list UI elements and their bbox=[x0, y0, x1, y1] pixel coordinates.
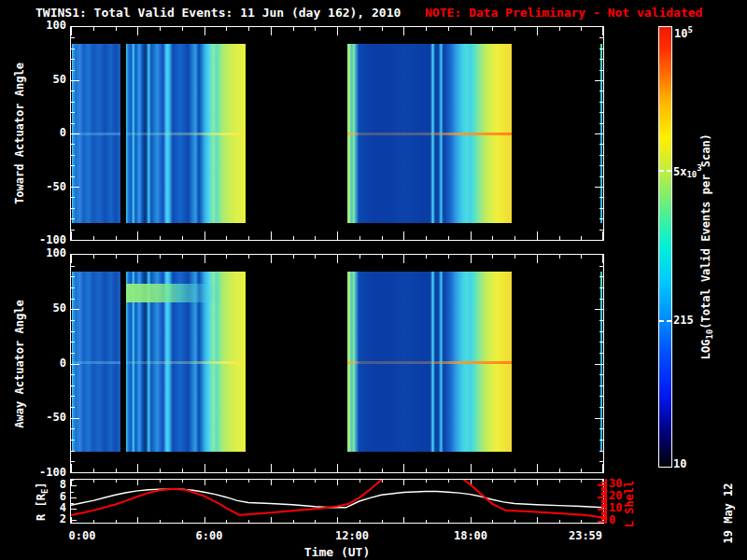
l-shell-tick bbox=[601, 518, 606, 520]
axis-tick-label: 0 bbox=[24, 357, 66, 370]
zero-angle-enhancement bbox=[347, 133, 512, 135]
axis-tick-label: 0 bbox=[609, 513, 615, 526]
l-shell-tick bbox=[601, 499, 606, 501]
time-tick-label: 0:00 bbox=[52, 529, 112, 542]
tick-mark bbox=[71, 385, 75, 386]
tick-mark bbox=[599, 144, 603, 145]
tick-mark bbox=[595, 309, 603, 310]
tick-mark bbox=[204, 464, 205, 472]
axis-tick-label: 50 bbox=[24, 73, 66, 86]
tick-mark bbox=[137, 231, 138, 240]
tick-mark bbox=[382, 236, 383, 240]
tick-mark bbox=[204, 255, 205, 263]
axis-tick-label: -50 bbox=[24, 411, 66, 424]
tick-mark bbox=[403, 464, 404, 472]
tick-mark bbox=[160, 27, 161, 31]
time-axis-label: Time (UT) bbox=[262, 545, 412, 559]
plot-canvas: TWINS1: Total Valid Events: 11 Jun (day … bbox=[0, 0, 747, 560]
tick-mark bbox=[599, 385, 603, 386]
tick-mark bbox=[71, 80, 79, 81]
tick-mark bbox=[599, 266, 603, 267]
tick-mark bbox=[116, 469, 117, 472]
tick-mark bbox=[248, 469, 249, 472]
tick-mark bbox=[599, 287, 603, 288]
tick-mark bbox=[514, 236, 515, 240]
bright-band bbox=[126, 284, 223, 302]
tick-mark bbox=[137, 255, 138, 263]
l-shell-tick bbox=[601, 513, 606, 515]
tick-mark bbox=[599, 123, 603, 124]
tick-mark bbox=[93, 469, 94, 472]
l-shell-tick bbox=[601, 492, 606, 494]
axis-tick-label: -100 bbox=[24, 233, 66, 246]
tick-mark bbox=[581, 236, 582, 240]
tick-mark bbox=[71, 418, 79, 419]
tick-mark bbox=[382, 469, 383, 472]
tick-mark bbox=[537, 27, 538, 35]
tick-mark bbox=[599, 451, 603, 452]
tick-mark bbox=[293, 27, 294, 31]
tick-mark bbox=[382, 255, 383, 259]
tick-mark bbox=[448, 236, 449, 240]
tick-mark bbox=[71, 331, 75, 332]
toward-spectrogram-panel bbox=[70, 26, 604, 241]
tick-mark bbox=[71, 197, 75, 198]
tick-mark bbox=[426, 255, 427, 259]
tick-mark bbox=[271, 255, 272, 263]
tick-mark bbox=[599, 70, 603, 71]
tick-mark bbox=[448, 469, 449, 472]
axis-tick-label: 2 bbox=[37, 512, 66, 525]
l-shell-line bbox=[71, 480, 603, 518]
zero-angle-enhancement bbox=[347, 361, 512, 364]
tick-mark bbox=[182, 27, 183, 31]
tick-mark bbox=[71, 155, 75, 156]
time-tick-label: 6:00 bbox=[179, 529, 239, 542]
tick-mark bbox=[599, 112, 603, 113]
tick-mark bbox=[71, 396, 75, 397]
tick-mark bbox=[315, 469, 316, 472]
tick-mark bbox=[182, 236, 183, 240]
tick-mark bbox=[403, 27, 404, 35]
tick-mark bbox=[226, 255, 227, 259]
tick-mark bbox=[599, 353, 603, 354]
tick-mark bbox=[403, 255, 404, 263]
tick-mark bbox=[581, 469, 582, 472]
tick-mark bbox=[71, 37, 75, 38]
orbit-plot bbox=[71, 480, 603, 523]
tick-mark bbox=[599, 197, 603, 198]
tick-mark bbox=[599, 396, 603, 397]
tick-mark bbox=[514, 469, 515, 472]
tick-mark bbox=[160, 469, 161, 472]
tick-mark bbox=[599, 155, 603, 156]
tick-mark bbox=[599, 461, 603, 462]
tick-mark bbox=[337, 231, 338, 240]
tick-mark bbox=[595, 187, 603, 188]
tick-mark bbox=[71, 59, 75, 60]
tick-mark bbox=[403, 231, 404, 240]
l-shell-axis-label: L Shell bbox=[623, 481, 636, 528]
l-shell-tick bbox=[601, 501, 606, 503]
tick-mark bbox=[359, 469, 360, 472]
tick-mark bbox=[293, 255, 294, 259]
orbit-panel bbox=[70, 479, 604, 524]
l-shell-tick bbox=[601, 516, 606, 518]
tick-mark bbox=[71, 266, 75, 267]
tick-mark bbox=[71, 364, 79, 365]
tick-mark bbox=[71, 187, 79, 188]
tick-mark bbox=[599, 440, 603, 441]
tick-mark bbox=[581, 27, 582, 31]
tick-mark bbox=[293, 236, 294, 240]
tick-mark bbox=[226, 27, 227, 31]
date-stamp: 19 May 12 bbox=[722, 483, 735, 543]
tick-mark bbox=[116, 236, 117, 240]
tick-mark bbox=[71, 123, 75, 124]
tick-mark bbox=[71, 342, 75, 343]
tick-mark bbox=[471, 231, 472, 240]
tick-mark bbox=[337, 27, 338, 35]
tick-mark bbox=[426, 469, 427, 472]
colorbar-level-mark bbox=[659, 170, 671, 172]
tick-mark bbox=[71, 112, 75, 113]
tick-mark bbox=[581, 255, 582, 259]
l-shell-tick bbox=[601, 506, 606, 508]
colorbar-tick-10: 10 bbox=[673, 457, 686, 470]
